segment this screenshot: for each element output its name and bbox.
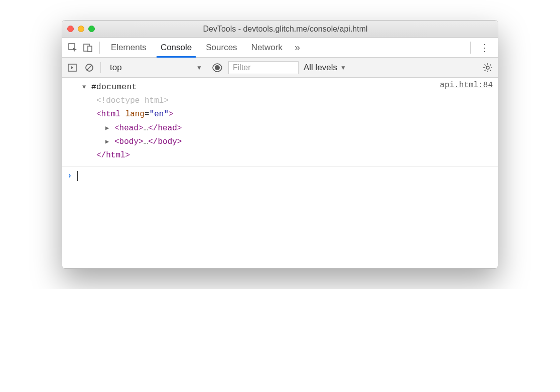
levels-label: All levels <box>304 63 337 73</box>
zoom-window-button[interactable] <box>88 26 95 32</box>
tree-node-html-close[interactable]: </html> <box>67 149 430 162</box>
tab-console[interactable]: Console <box>154 38 199 57</box>
window-title: DevTools - devtools.glitch.me/console/ap… <box>103 25 468 34</box>
tab-sources[interactable]: Sources <box>199 38 244 57</box>
source-link[interactable]: api.html:84 <box>430 81 493 162</box>
node-label: </html> <box>96 149 130 162</box>
toggle-sidebar-icon[interactable] <box>66 62 78 74</box>
dom-tree: ▼ #document <!doctype html> <html lang="… <box>67 81 430 162</box>
tabbar: Elements Console Sources Network » ⋮ <box>62 38 498 58</box>
context-label: top <box>110 63 122 73</box>
triangle-right-icon: ▶ <box>105 123 111 133</box>
tree-node-body[interactable]: ▶ <body>…</body> <box>67 135 430 149</box>
tab-label: Sources <box>206 43 237 53</box>
chevron-down-icon: ▼ <box>196 64 202 71</box>
panel-tabs: Elements Console Sources Network <box>104 38 290 57</box>
titlebar: DevTools - devtools.glitch.me/console/ap… <box>62 21 498 38</box>
svg-rect-2 <box>88 46 92 52</box>
filter-input[interactable] <box>228 61 299 74</box>
device-toggle-icon[interactable] <box>80 40 95 55</box>
devtools-window: DevTools - devtools.glitch.me/console/ap… <box>62 20 498 269</box>
triangle-right-icon: ▶ <box>105 137 111 147</box>
tree-node-head[interactable]: ▶ <head>…</head> <box>67 122 430 135</box>
tree-node-html-open[interactable]: <html lang="en"> <box>67 108 430 121</box>
close-window-button[interactable] <box>67 26 74 32</box>
tab-label: Elements <box>111 43 147 53</box>
log-levels-selector[interactable]: All levels ▼ <box>304 63 346 73</box>
clear-console-icon[interactable] <box>83 62 95 74</box>
svg-point-7 <box>215 65 220 70</box>
context-selector[interactable]: top ▼ <box>106 62 206 74</box>
tab-label: Console <box>161 43 192 53</box>
svg-line-15 <box>485 70 486 71</box>
node-label: #document <box>91 81 137 94</box>
node-label: <!doctype html> <box>96 94 169 108</box>
divider <box>470 42 471 54</box>
divider <box>100 62 101 73</box>
minimize-window-button[interactable] <box>78 26 84 32</box>
console-message: ▼ #document <!doctype html> <html lang="… <box>62 78 498 167</box>
svg-line-14 <box>490 70 491 71</box>
console-prompt[interactable]: › <box>62 167 498 185</box>
triangle-down-icon: ▼ <box>82 82 88 92</box>
node-label: <head>…</head> <box>114 122 182 135</box>
tab-elements[interactable]: Elements <box>104 38 154 57</box>
node-label: <html lang="en"> <box>96 108 174 121</box>
svg-line-16 <box>490 64 491 65</box>
chevron-down-icon: ▼ <box>340 64 346 71</box>
chevron-right-icon: › <box>67 171 72 180</box>
node-label: <body>…</body> <box>114 135 182 149</box>
text-cursor <box>77 171 78 181</box>
more-tabs-icon[interactable]: » <box>295 42 300 53</box>
svg-line-6 <box>87 65 92 70</box>
live-expression-icon[interactable] <box>211 62 223 74</box>
tab-label: Network <box>251 43 283 53</box>
tab-network[interactable]: Network <box>244 38 290 57</box>
inspect-icon[interactable] <box>65 40 80 55</box>
svg-point-8 <box>486 66 489 69</box>
svg-line-13 <box>485 64 486 65</box>
tree-node-document[interactable]: ▼ #document <box>67 81 430 94</box>
settings-menu-icon[interactable]: ⋮ <box>475 42 495 54</box>
traffic-lights <box>67 26 95 32</box>
console-settings-icon[interactable] <box>482 62 494 74</box>
svg-marker-4 <box>71 66 73 69</box>
console-output: ▼ #document <!doctype html> <html lang="… <box>62 78 498 268</box>
divider <box>99 42 100 54</box>
tree-node-doctype[interactable]: <!doctype html> <box>67 94 430 108</box>
console-toolbar: top ▼ All levels ▼ <box>62 58 498 78</box>
